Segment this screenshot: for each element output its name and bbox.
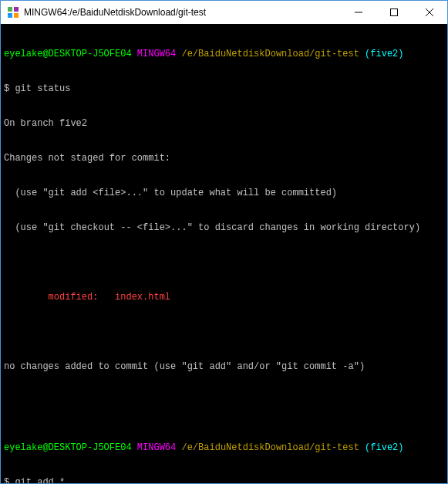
prompt-branch: (five2) [365, 442, 403, 453]
prompt-branch: (five2) [365, 49, 403, 59]
prompt-env: MINGW64 [137, 49, 176, 59]
minimize-button[interactable] [341, 1, 376, 24]
close-button[interactable] [412, 1, 447, 24]
command-text: $ git status [4, 83, 444, 95]
output-text: Changes not staged for commit: [4, 153, 444, 164]
title-bar[interactable]: MINGW64:/e/BaiduNetdiskDownload/git-test [1, 1, 447, 24]
output-text: On branch five2 [4, 118, 444, 130]
terminal-body[interactable]: eyelake@DESKTOP-J5OFE04 MINGW64 /e/Baidu… [1, 24, 447, 483]
window-title: MINGW64:/e/BaiduNetdiskDownload/git-test [24, 7, 341, 18]
prompt-user: eyelake@DESKTOP-J5OFE04 [4, 442, 132, 453]
output-text: (use "git add <file>..." to update what … [4, 188, 444, 199]
prompt-path: /e/BaiduNetdiskDownload/git-test [181, 49, 359, 59]
svg-rect-0 [8, 7, 12, 12]
output-text: no changes added to commit (use "git add… [4, 361, 444, 373]
prompt-env: MINGW64 [137, 442, 176, 453]
command-text: $ git add * [4, 477, 444, 483]
maximize-button[interactable] [376, 1, 412, 24]
terminal-window: MINGW64:/e/BaiduNetdiskDownload/git-test… [0, 0, 448, 484]
svg-rect-2 [8, 13, 12, 18]
modified-file: modified: index.html [4, 292, 444, 303]
output-text: (use "git checkout -- <file>..." to disc… [4, 222, 444, 234]
svg-rect-5 [391, 9, 398, 16]
prompt-path: /e/BaiduNetdiskDownload/git-test [181, 442, 359, 453]
prompt-user: eyelake@DESKTOP-J5OFE04 [4, 49, 132, 59]
svg-rect-3 [14, 13, 19, 18]
app-icon [7, 6, 19, 19]
svg-rect-1 [14, 7, 19, 12]
